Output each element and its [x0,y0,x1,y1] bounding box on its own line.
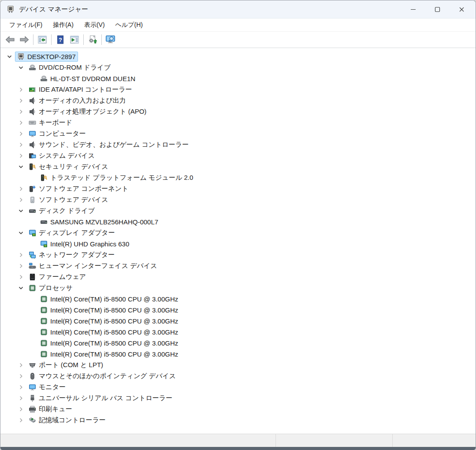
chevron-down-icon[interactable] [15,283,26,294]
tree-item[interactable]: Intel(R) UHD Graphics 630 [0,238,476,249]
status-segment [393,434,476,447]
chevron-down-icon[interactable] [15,161,26,172]
tree-item[interactable]: セキュリティ デバイス [0,161,476,172]
chevron-down-icon[interactable] [15,227,26,238]
menu-file[interactable]: ファイル(F) [4,19,48,31]
menu-action[interactable]: 操作(A) [48,19,79,31]
tree-item-label: Intel(R) Core(TM) i5-8500 CPU @ 3.00GHz [50,317,178,325]
chevron-right-icon[interactable] [15,128,26,139]
tree-item[interactable]: ヒューマン インターフェイス デバイス [0,260,476,271]
monitor-icon [29,383,36,391]
search-computer-button[interactable] [104,33,118,46]
tree-item-label: DVD/CD-ROM ドライブ [39,63,111,72]
chevron-right-icon[interactable] [15,84,26,95]
help-button[interactable]: ? [53,33,67,46]
tree-item[interactable]: マウスとそのほかのポインティング デバイス [0,371,476,382]
minimize-button[interactable] [403,0,423,18]
chevron-right-icon[interactable] [15,371,26,382]
tree-item[interactable]: DVD/CD-ROM ドライブ [0,62,476,73]
tree-item[interactable]: ディスプレイ アダプター [0,227,476,238]
tree-item[interactable]: ソフトウェア デバイス [0,194,476,205]
tree-item[interactable]: モニター [0,382,476,393]
cpu-icon [40,317,48,325]
chevron-right-icon[interactable] [15,194,26,205]
tree-item[interactable]: DESKTOP-2897 [0,51,476,62]
cpu-icon [29,284,36,292]
chevron-down-icon[interactable] [15,205,26,216]
tree-item-label: Intel(R) Core(TM) i5-8500 CPU @ 3.00GHz [50,328,178,336]
tree-item[interactable]: ネットワーク アダプター [0,249,476,260]
chevron-down-icon[interactable] [4,51,15,62]
chevron-placeholder [27,327,38,338]
mouse-icon [29,372,36,380]
disk-icon [40,218,48,226]
tree-item[interactable]: 印刷キュー [0,404,476,415]
forward-button[interactable] [17,33,31,46]
chevron-right-icon[interactable] [15,382,26,393]
chevron-right-icon[interactable] [15,249,26,260]
tree-item[interactable]: Intel(R) Core(TM) i5-8500 CPU @ 3.00GHz [0,349,476,360]
arrow-right-icon [19,35,30,45]
tree-item[interactable]: HL-DT-ST DVDROM DUE1N [0,73,476,84]
chevron-right-icon[interactable] [15,271,26,283]
chevron-right-icon[interactable] [15,183,26,194]
chevron-down-icon[interactable] [15,62,26,73]
software-device-icon [29,196,36,204]
tree-item[interactable]: ファームウェア [0,271,476,283]
tree-item[interactable]: ユニバーサル シリアル バス コントローラー [0,393,476,404]
tree-item[interactable]: オーディオの入力および出力 [0,95,476,106]
tree-item[interactable]: Intel(R) Core(TM) i5-8500 CPU @ 3.00GHz [0,294,476,305]
tree-item-label: ユニバーサル シリアル バス コントローラー [39,394,172,402]
minimize-icon [410,6,416,13]
tree-item[interactable]: Intel(R) Core(TM) i5-8500 CPU @ 3.00GHz [0,338,476,349]
chevron-right-icon[interactable] [15,117,26,128]
chevron-right-icon[interactable] [15,404,26,415]
tree-item[interactable]: オーディオ処理オブジェクト (APO) [0,106,476,117]
chevron-right-icon[interactable] [15,139,26,150]
cdrom-icon [29,64,36,71]
chevron-right-icon[interactable] [15,393,26,404]
tree-item[interactable]: トラステッド プラットフォーム モジュール 2.0 [0,172,476,183]
tree-item[interactable]: システム デバイス [0,150,476,161]
tree-item[interactable]: Intel(R) Core(TM) i5-8500 CPU @ 3.00GHz [0,316,476,327]
usb-icon [29,394,36,402]
back-button[interactable] [3,33,17,46]
maximize-button[interactable] [427,0,447,18]
window-bottom-edge [0,447,476,450]
show-action-pane-button[interactable] [67,33,82,46]
chevron-right-icon[interactable] [15,106,26,117]
close-button[interactable] [451,0,472,18]
chevron-right-icon[interactable] [15,95,26,106]
scan-hardware-changes-button[interactable] [86,33,100,46]
tree-item[interactable]: SAMSUNG MZVLB256HAHQ-000L7 [0,216,476,227]
tree-item-label: ディスク ドライブ [39,207,95,215]
tree-item[interactable]: 記憶域コントローラー [0,415,476,426]
tree-item[interactable]: ポート (COM と LPT) [0,360,476,371]
audio-icon [29,108,36,115]
tree-item-label: 印刷キュー [39,405,72,413]
tree-item[interactable]: Intel(R) Core(TM) i5-8500 CPU @ 3.00GHz [0,305,476,316]
tree-item-label: オーディオ処理オブジェクト (APO) [39,108,146,116]
tree-item[interactable]: コンピューター [0,128,476,139]
menu-help[interactable]: ヘルプ(H) [110,19,148,31]
computer-search-icon [105,35,116,45]
window-action-icon [69,35,80,45]
tree-item[interactable]: サウンド、ビデオ、およびゲーム コントローラー [0,139,476,150]
chevron-right-icon[interactable] [15,415,26,426]
display-adapter-icon [40,240,48,248]
tree-item[interactable]: IDE ATA/ATAPI コントローラー [0,84,476,95]
show-console-tree-button[interactable] [35,33,49,46]
chevron-right-icon[interactable] [15,260,26,271]
help-icon: ? [55,35,66,45]
tree-item[interactable]: ソフトウェア コンポーネント [0,183,476,194]
chevron-right-icon[interactable] [15,360,26,371]
tree-item[interactable]: ディスク ドライブ [0,205,476,216]
ide-controller-icon [29,86,36,93]
menubar: ファイル(F) 操作(A) 表示(V) ヘルプ(H) [0,18,476,31]
audio-icon [29,141,36,149]
tree-item[interactable]: プロセッサ [0,283,476,294]
menu-view[interactable]: 表示(V) [79,19,110,31]
tree-item[interactable]: Intel(R) Core(TM) i5-8500 CPU @ 3.00GHz [0,327,476,338]
chevron-right-icon[interactable] [15,150,26,161]
tree-item[interactable]: キーボード [0,117,476,128]
